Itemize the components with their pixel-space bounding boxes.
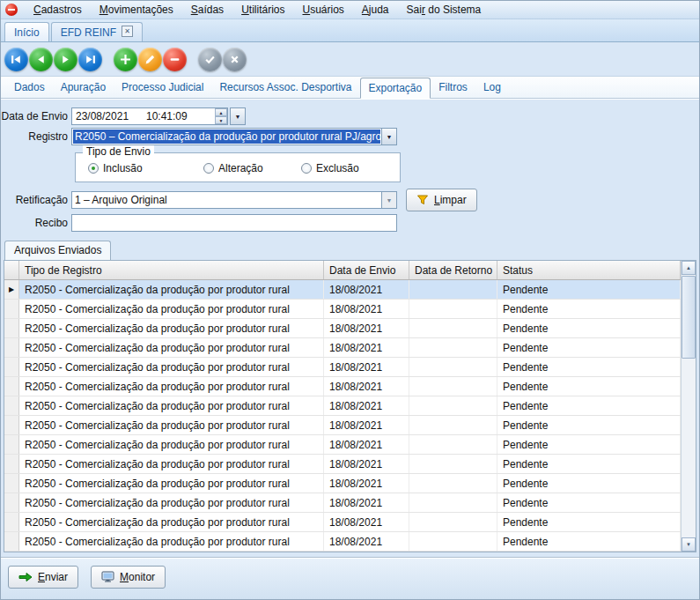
table-row[interactable]: R2050 - Comercialização da produção por … (4, 377, 681, 396)
table-row[interactable]: R2050 - Comercialização da produção por … (4, 513, 681, 532)
radio-exclusao[interactable]: Exclusão (301, 162, 359, 174)
table-row[interactable]: R2050 - Comercialização da produção por … (4, 474, 681, 493)
menu-item-utilitarios[interactable]: Utilitários (232, 1, 293, 19)
cell-data-retorno (409, 513, 497, 531)
cell-status: Pendente (497, 532, 681, 551)
cell-data-retorno (409, 300, 497, 318)
subtab-dados[interactable]: Dados (6, 78, 53, 98)
cell-data-envio: 18/08/2021 (324, 358, 409, 376)
subtab-apuracao[interactable]: Apuração (53, 78, 114, 98)
cell-tipo: R2050 - Comercialização da produção por … (19, 319, 324, 337)
scroll-down-button[interactable]: ▼ (682, 537, 696, 552)
footer-bar: Enviar Monitor (1, 557, 699, 599)
monitor-label: Monitor (120, 571, 155, 583)
menu-item-movimentacoes[interactable]: Movimentações (91, 1, 182, 19)
app-window: CadastrosMovimentaçõesSaídasUtilitáriosU… (0, 0, 700, 600)
nav-next-button[interactable] (54, 48, 77, 71)
scroll-thumb[interactable] (682, 276, 696, 359)
cell-data-retorno (409, 396, 497, 415)
table-row[interactable]: R2050 - Comercialização da produção por … (4, 319, 681, 338)
subtab-filtros[interactable]: Filtros (431, 78, 475, 98)
recibo-input[interactable] (71, 214, 397, 232)
column-header-data-de-envio[interactable]: Data de Envio (324, 261, 409, 279)
radio-inclusao[interactable]: Inclusão (88, 162, 203, 174)
cell-data-retorno (409, 358, 497, 376)
nav-previous-button[interactable] (29, 48, 53, 71)
spinner-up-icon[interactable]: ▲ (215, 108, 227, 116)
row-indicator (4, 396, 19, 415)
subtab-log[interactable]: Log (475, 78, 509, 98)
registro-dropdown-icon[interactable]: ▼ (381, 129, 396, 144)
row-indicator (4, 493, 19, 512)
table-row[interactable]: R2050 - Comercialização da produção por … (4, 416, 681, 435)
scroll-up-button[interactable]: ▲ (682, 261, 696, 275)
date-dropdown-button[interactable]: ▼ (230, 107, 246, 125)
cancel-button[interactable] (223, 48, 247, 71)
subtab-processo-judicial[interactable]: Processo Judicial (114, 78, 211, 98)
app-icon[interactable] (5, 4, 18, 16)
nav-last-button[interactable] (78, 48, 102, 71)
time-spinner[interactable]: ▲ ▼ (215, 108, 227, 124)
data-envio-field[interactable]: 23/08/2021 10:41:09 ▲ ▼ (71, 107, 228, 125)
cell-tipo: R2050 - Comercialização da produção por … (19, 493, 324, 512)
radio-label: Inclusão (103, 162, 143, 174)
cell-data-envio: 18/08/2021 (324, 474, 409, 493)
next-record-icon (60, 54, 71, 65)
tab-arquivos-enviados[interactable]: Arquivos Enviados (4, 241, 111, 260)
send-arrow-icon (18, 572, 33, 582)
limpar-button[interactable]: Limpar (406, 189, 477, 211)
table-row[interactable]: ▶R2050 - Comercialização da produção por… (4, 280, 681, 300)
table-row[interactable]: R2050 - Comercialização da produção por … (4, 300, 681, 319)
delete-record-button[interactable] (163, 48, 187, 71)
menu-item-cadastros[interactable]: Cadastros (25, 1, 91, 19)
cell-data-envio: 18/08/2021 (324, 416, 409, 434)
cell-status: Pendente (497, 319, 681, 337)
nav-first-button[interactable] (4, 48, 28, 71)
edit-record-button[interactable] (138, 48, 162, 71)
menu-item-usuarios[interactable]: Usuários (293, 1, 352, 19)
previous-record-icon (35, 54, 47, 65)
confirm-button[interactable] (198, 48, 222, 71)
enviar-button[interactable]: Enviar (8, 566, 78, 589)
registro-combobox[interactable]: R2050 – Comercialização da produção por … (71, 128, 397, 145)
cell-data-retorno (409, 493, 497, 512)
tab-inicio[interactable]: Início (4, 22, 49, 41)
row-indicator (4, 435, 19, 454)
retificacao-dropdown-icon[interactable]: ▼ (381, 192, 396, 208)
menu-item-ajuda[interactable]: Ajuda (353, 1, 398, 19)
add-record-button[interactable] (114, 48, 137, 71)
menu-item-saidas[interactable]: Saídas (182, 1, 232, 19)
menu-item-sair-do-sistema[interactable]: Sair do Sistema (398, 1, 490, 19)
table-row[interactable]: R2050 - Comercialização da produção por … (4, 493, 681, 513)
tab-efd-reinf[interactable]: EFD REINF ✕ (51, 22, 143, 41)
cell-status: Pendente (497, 280, 681, 299)
cell-tipo: R2050 - Comercialização da produção por … (19, 513, 324, 531)
row-indicator: ▶ (4, 280, 19, 299)
cell-data-envio: 18/08/2021 (324, 435, 409, 454)
column-header-tipo-de-registro[interactable]: Tipo de Registro (19, 261, 324, 279)
table-row[interactable]: R2050 - Comercialização da produção por … (4, 532, 681, 552)
cell-tipo: R2050 - Comercialização da produção por … (19, 396, 324, 415)
x-icon (229, 54, 240, 65)
table-row[interactable]: R2050 - Comercialização da produção por … (4, 435, 681, 455)
close-tab-icon[interactable]: ✕ (122, 26, 133, 37)
cell-data-envio: 18/08/2021 (324, 280, 409, 299)
retificacao-combobox[interactable]: 1 – Arquivo Original ▼ (71, 191, 397, 209)
table-row[interactable]: R2050 - Comercialização da produção por … (4, 396, 681, 416)
subtab-bar: DadosApuraçãoProcesso JudicialRecursos A… (1, 77, 699, 99)
column-header-status[interactable]: Status (497, 261, 681, 279)
radio-alteracao[interactable]: Alteração (203, 162, 301, 174)
column-header-data-de-retorno[interactable]: Data de Retorno (409, 261, 497, 279)
cell-data-envio: 18/08/2021 (324, 300, 409, 318)
monitor-icon (101, 571, 114, 582)
table-row[interactable]: R2050 - Comercialização da produção por … (4, 358, 681, 377)
grid-vertical-scrollbar[interactable]: ▲ ▼ (681, 261, 696, 552)
subtab-recursos-assoc-desportiva[interactable]: Recursos Assoc. Desportiva (211, 78, 359, 98)
table-row[interactable]: R2050 - Comercialização da produção por … (4, 455, 681, 474)
subtab-exportacao[interactable]: Exportação (360, 78, 431, 99)
row-indicator (4, 358, 19, 376)
cell-data-retorno (409, 474, 497, 493)
spinner-down-icon[interactable]: ▼ (215, 116, 227, 124)
monitor-button[interactable]: Monitor (91, 566, 166, 589)
table-row[interactable]: R2050 - Comercialização da produção por … (4, 338, 681, 358)
